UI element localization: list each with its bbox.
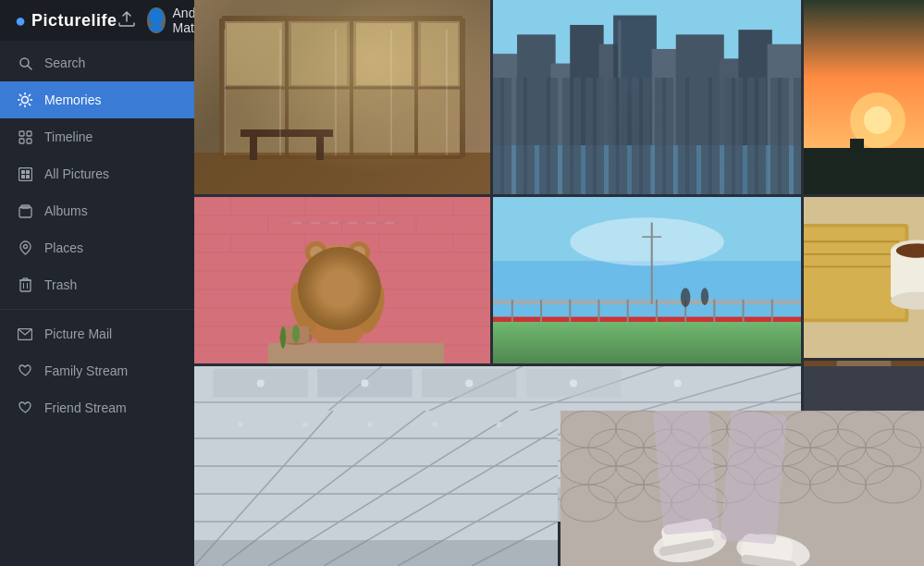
- sidebar-label-places: Places: [44, 240, 83, 255]
- svg-rect-40: [227, 23, 282, 85]
- svg-rect-105: [493, 261, 801, 318]
- svg-point-106: [570, 217, 724, 265]
- sidebar-item-friend-stream[interactable]: Friend Stream: [0, 389, 194, 426]
- svg-line-8: [29, 104, 30, 105]
- svg-point-93: [352, 246, 365, 259]
- svg-point-2: [22, 97, 29, 104]
- sidebar-item-albums[interactable]: Albums: [0, 192, 194, 229]
- svg-point-159: [674, 379, 682, 387]
- svg-point-22: [23, 245, 27, 249]
- svg-rect-61: [618, 20, 621, 194]
- all-pictures-icon: [17, 166, 33, 182]
- sidebar-item-search[interactable]: Search: [0, 44, 194, 81]
- svg-rect-19: [26, 175, 30, 178]
- svg-rect-107: [493, 317, 801, 325]
- svg-rect-16: [21, 170, 25, 174]
- svg-point-91: [348, 241, 370, 264]
- svg-point-88: [305, 276, 370, 350]
- svg-point-92: [310, 246, 323, 259]
- photo-coffee[interactable]: [804, 197, 924, 358]
- sidebar-item-picture-mail[interactable]: Picture Mail: [0, 315, 194, 352]
- svg-point-121: [701, 288, 708, 305]
- sidebar-label-memories: Memories: [44, 92, 101, 107]
- sidebar-item-family-stream[interactable]: Family Stream: [0, 352, 194, 389]
- svg-point-156: [361, 379, 368, 387]
- svg-point-174: [302, 422, 308, 427]
- sidebar-item-memories[interactable]: Memories: [0, 81, 194, 118]
- sidebar-label-friend-stream: Friend Stream: [44, 400, 127, 415]
- svg-line-10: [19, 104, 20, 105]
- svg-point-103: [292, 325, 300, 343]
- svg-line-1: [28, 66, 31, 69]
- photo-sky[interactable]: [493, 197, 801, 363]
- svg-rect-99: [268, 343, 444, 363]
- trash-icon: [17, 277, 33, 293]
- svg-rect-41: [291, 23, 347, 85]
- svg-rect-42: [356, 23, 412, 85]
- svg-rect-52: [570, 25, 603, 194]
- sidebar-item-trash[interactable]: Trash: [0, 266, 194, 303]
- sidebar-nav: Search Memories: [0, 41, 194, 566]
- svg-rect-23: [20, 280, 31, 291]
- photo-arch-ceiling-2[interactable]: [194, 411, 558, 566]
- svg-rect-14: [27, 139, 31, 143]
- svg-rect-59: [768, 44, 801, 194]
- nav-divider: [0, 309, 194, 310]
- svg-rect-47: [316, 137, 324, 160]
- svg-rect-15: [18, 167, 31, 180]
- svg-point-95: [341, 265, 349, 273]
- search-icon: [17, 55, 33, 71]
- sidebar-label-picture-mail: Picture Mail: [44, 326, 112, 341]
- logo-icon: ●: [15, 10, 26, 31]
- svg-rect-13: [19, 139, 24, 143]
- svg-line-9: [29, 94, 30, 95]
- main-content: [194, 0, 924, 566]
- svg-point-173: [238, 422, 243, 427]
- sidebar-label-all-pictures: All Pictures: [44, 166, 109, 181]
- svg-rect-12: [27, 131, 31, 136]
- svg-rect-119: [493, 325, 801, 363]
- svg-rect-18: [21, 175, 25, 178]
- picture-mail-icon: [17, 326, 33, 342]
- sidebar-item-timeline[interactable]: Timeline: [0, 118, 194, 155]
- svg-point-155: [257, 379, 265, 387]
- places-icon: [17, 240, 33, 256]
- memories-icon: [17, 92, 33, 108]
- sidebar-label-family-stream: Family Stream: [44, 363, 128, 378]
- svg-rect-31: [222, 18, 462, 157]
- photo-warehouse[interactable]: [194, 0, 490, 194]
- svg-rect-43: [421, 23, 458, 85]
- svg-rect-51: [550, 64, 574, 194]
- svg-point-94: [326, 265, 334, 273]
- svg-point-177: [497, 422, 502, 427]
- photo-nyc[interactable]: [493, 0, 801, 194]
- photo-bear[interactable]: [194, 197, 490, 363]
- svg-rect-214: [721, 411, 787, 545]
- sidebar-item-all-pictures[interactable]: All Pictures: [0, 155, 194, 192]
- avatar: 👤: [147, 7, 166, 33]
- photo-sunset[interactable]: [804, 0, 924, 194]
- svg-rect-58: [738, 30, 771, 194]
- svg-rect-56: [676, 34, 724, 194]
- svg-line-7: [19, 94, 20, 95]
- svg-point-157: [465, 379, 473, 387]
- svg-point-96: [332, 277, 343, 284]
- svg-rect-50: [517, 34, 556, 194]
- sidebar-item-places[interactable]: Places: [0, 229, 194, 266]
- svg-point-64: [864, 106, 892, 134]
- app-logo: Picturelife: [31, 11, 117, 31]
- svg-rect-57: [720, 58, 744, 194]
- sidebar: ● Picturelife 👤 Andy Matthews ▾: [0, 0, 194, 566]
- sidebar-header: ● Picturelife 👤 Andy Matthews ▾: [0, 0, 194, 41]
- svg-rect-60: [493, 145, 801, 194]
- sidebar-label-timeline: Timeline: [44, 129, 92, 144]
- svg-point-102: [280, 326, 286, 349]
- upload-icon[interactable]: [117, 10, 136, 31]
- svg-rect-46: [250, 137, 257, 160]
- svg-point-89: [310, 245, 365, 301]
- avatar-icon: 👤: [147, 10, 166, 31]
- svg-rect-213: [653, 411, 720, 535]
- svg-rect-172: [194, 540, 558, 566]
- photo-feet-fence[interactable]: [561, 411, 924, 566]
- sidebar-label-search: Search: [44, 55, 85, 70]
